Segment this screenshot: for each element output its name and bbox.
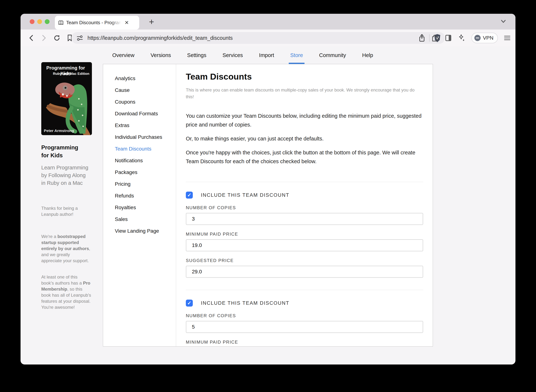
sidebar-panel-icon[interactable] xyxy=(445,34,452,42)
number-of-copies-input[interactable]: 3 xyxy=(186,213,423,225)
vpn-status-icon xyxy=(474,35,481,41)
top-nav-community[interactable]: Community xyxy=(319,46,346,64)
top-nav-help[interactable]: Help xyxy=(362,46,373,64)
store-nav-view-landing-page[interactable]: View Landing Page xyxy=(115,225,176,237)
minimum-paid-price-input[interactable]: 19.0 xyxy=(186,239,423,251)
browser-window: Team Discounts - Programmi ✕ + xyxy=(21,14,515,364)
minimize-window-button[interactable] xyxy=(37,19,42,24)
reload-button[interactable] xyxy=(53,34,61,42)
tab-close-icon[interactable]: ✕ xyxy=(124,19,130,26)
suggested-price-input[interactable]: 29.0 xyxy=(186,266,423,278)
vpn-button[interactable]: VPN xyxy=(471,33,498,43)
book-sidebar: Programming for Kids Ruby and Mac Editio… xyxy=(41,62,97,310)
extensions-puzzle-icon[interactable] xyxy=(431,34,439,42)
number-of-copies-input[interactable]: 5 xyxy=(186,321,423,333)
desktop-background: Team Discounts - Programmi ✕ + xyxy=(0,0,536,392)
store-nav-team-discounts[interactable]: Team Discounts xyxy=(115,143,176,155)
store-nav-sales[interactable]: Sales xyxy=(115,213,176,225)
address-bar[interactable]: https://leanpub.com/programmingforkids/e… xyxy=(71,32,445,44)
number-of-copies-label: NUMBER OF COPIES xyxy=(186,205,423,210)
top-nav-versions[interactable]: Versions xyxy=(150,46,171,64)
menu-hamburger-icon[interactable] xyxy=(503,34,511,42)
include-discount-label: INCLUDE THIS TEAM DISCOUNT xyxy=(201,192,289,198)
tab-overview-chevron-icon[interactable] xyxy=(500,19,507,24)
page-title: Team Discounts xyxy=(186,71,423,82)
discount-sections: ✓INCLUDE THIS TEAM DISCOUNTNUMBER OF COP… xyxy=(186,182,423,346)
url-text[interactable]: https://leanpub.com/programmingforkids/e… xyxy=(88,35,418,41)
tab-strip: Team Discounts - Programmi ✕ + xyxy=(21,14,515,29)
top-nav-store[interactable]: Store xyxy=(290,46,303,64)
number-of-copies-label: NUMBER OF COPIES xyxy=(186,313,423,318)
store-nav-coupons[interactable]: Coupons xyxy=(115,96,176,108)
store-nav-cause[interactable]: Cause xyxy=(115,84,176,96)
window-controls xyxy=(30,19,50,24)
vpn-label: VPN xyxy=(483,35,494,41)
intro-paragraph: Or, to make things easier, you can just … xyxy=(186,134,423,143)
store-nav-individual-purchases[interactable]: Individual Purchases xyxy=(115,131,176,143)
book-cover: Programming for Kids Ruby and Mac Editio… xyxy=(41,62,92,135)
intro-paragraph: You can customize your Team Discounts be… xyxy=(186,112,423,129)
back-button[interactable] xyxy=(27,34,35,42)
store-panel: AnalyticsCauseCouponsDownload FormatsExt… xyxy=(103,64,433,346)
store-nav-extras[interactable]: Extras xyxy=(115,120,176,131)
browser-toolbar: https://leanpub.com/programmingforkids/e… xyxy=(21,29,515,46)
cover-subtitle: Ruby and Mac Edition xyxy=(41,72,89,76)
store-nav-pricing[interactable]: Pricing xyxy=(115,178,176,190)
include-discount-row: ✓INCLUDE THIS TEAM DISCOUNT xyxy=(186,191,423,199)
site-settings-icon[interactable] xyxy=(76,34,84,42)
leo-ai-sparkle-icon[interactable] xyxy=(457,33,466,42)
close-window-button[interactable] xyxy=(30,19,34,24)
page-description: This is where you can enable team discou… xyxy=(186,87,419,100)
team-discount-section: ✓INCLUDE THIS TEAM DISCOUNTNUMBER OF COP… xyxy=(186,290,423,346)
top-nav-settings[interactable]: Settings xyxy=(187,46,206,64)
sidebar-messages: Thanks for being a Leanpub author!We're … xyxy=(41,205,91,310)
toolbar-divider xyxy=(429,34,430,42)
store-nav-download-formats[interactable]: Download Formats xyxy=(115,108,176,120)
top-nav-import[interactable]: Import xyxy=(259,46,274,64)
store-nav-packages[interactable]: Packages xyxy=(115,167,176,178)
include-discount-label: INCLUDE THIS TEAM DISCOUNT xyxy=(201,300,289,306)
forward-button[interactable] xyxy=(40,34,48,42)
share-icon[interactable] xyxy=(418,33,426,42)
sidebar-paragraph: At least one of this book's authors has … xyxy=(41,274,91,310)
book-favicon-icon xyxy=(58,20,64,25)
store-nav-refunds[interactable]: Refunds xyxy=(115,190,176,202)
include-discount-row: ✓INCLUDE THIS TEAM DISCOUNT xyxy=(186,300,423,307)
store-section-nav: AnalyticsCauseCouponsDownload FormatsExt… xyxy=(103,64,176,346)
tab-title: Team Discounts - Programmi xyxy=(66,20,121,25)
site-nav: OverviewVersionsSettingsServicesImportSt… xyxy=(21,46,515,64)
browser-tab[interactable]: Team Discounts - Programmi ✕ xyxy=(55,16,139,29)
store-nav-royalties[interactable]: Royalties xyxy=(115,202,176,213)
zoom-window-button[interactable] xyxy=(45,19,50,24)
top-nav-services[interactable]: Services xyxy=(222,46,243,64)
minimum-paid-price-label: MINIMUM PAID PRICE xyxy=(186,232,423,237)
sidebar-paragraph: Thanks for being a Leanpub author! xyxy=(41,205,91,217)
minimum-paid-price-label: MINIMUM PAID PRICE xyxy=(186,340,423,345)
store-nav-analytics[interactable]: Analytics xyxy=(115,73,176,84)
include-discount-checkbox[interactable]: ✓ xyxy=(186,191,193,199)
book-tagline: Learn Programming by Following Along in … xyxy=(41,164,91,187)
top-nav-overview[interactable]: Overview xyxy=(112,46,134,64)
store-nav-notifications[interactable]: Notifications xyxy=(115,155,176,167)
cover-author: Peter Armstrong xyxy=(44,129,74,133)
include-discount-checkbox[interactable]: ✓ xyxy=(186,300,193,307)
intro-paragraph: Once you're happy with the choices, just… xyxy=(186,148,423,166)
team-discount-section: ✓INCLUDE THIS TEAM DISCOUNTNUMBER OF COP… xyxy=(186,182,423,278)
sidebar-paragraph: We're a bootstrapped startup supported e… xyxy=(41,233,91,264)
team-discounts-content: Team Discounts This is where you can ena… xyxy=(176,64,433,346)
book-title: Programming for Kids xyxy=(41,144,85,159)
intro-paragraphs: You can customize your Team Discounts be… xyxy=(186,112,423,166)
suggested-price-label: SUGGESTED PRICE xyxy=(186,258,423,263)
new-tab-button[interactable]: + xyxy=(149,17,154,27)
